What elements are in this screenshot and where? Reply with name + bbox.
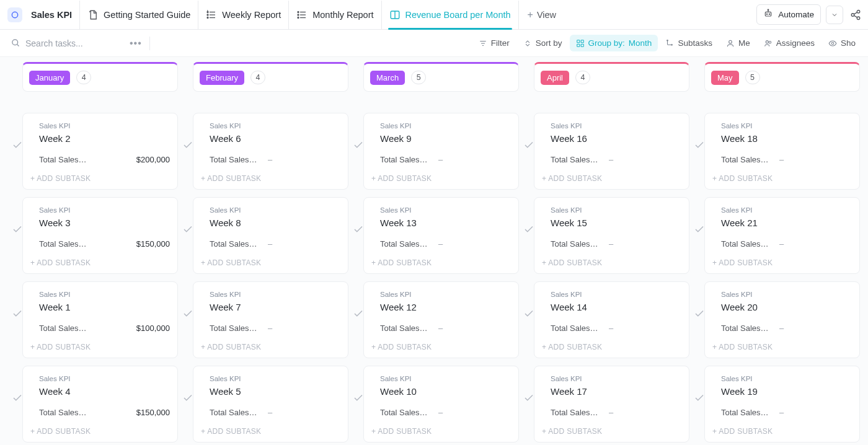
add-subtask-button[interactable]: + ADD SUBTASK xyxy=(30,423,170,436)
check-icon[interactable] xyxy=(523,139,534,153)
groupby-button[interactable]: Group by: Month xyxy=(570,35,658,51)
field-value-empty: – xyxy=(438,324,443,333)
task-card[interactable]: Sales KPIWeek 1Total Sales …$100,000+ AD… xyxy=(22,281,178,358)
check-icon[interactable] xyxy=(523,308,534,322)
tab-revenue-board[interactable]: Revenue Board per Month xyxy=(382,1,519,29)
add-subtask-button[interactable]: + ADD SUBTASK xyxy=(712,339,852,351)
add-subtask-button[interactable]: + ADD SUBTASK xyxy=(712,255,852,267)
check-icon[interactable] xyxy=(12,139,23,153)
check-icon[interactable] xyxy=(182,224,193,237)
card-breadcrumb: Sales KPI xyxy=(712,206,852,214)
task-card[interactable]: Sales KPIWeek 15Total Sales …–+ ADD SUBT… xyxy=(534,197,689,274)
add-subtask-button[interactable]: + ADD SUBTASK xyxy=(201,255,340,267)
add-subtask-button[interactable]: + ADD SUBTASK xyxy=(371,339,511,351)
task-card[interactable]: Sales KPIWeek 12Total Sales …–+ ADD SUBT… xyxy=(363,281,519,358)
month-pill[interactable]: April xyxy=(541,71,569,85)
month-pill[interactable]: February xyxy=(200,71,244,85)
add-subtask-button[interactable]: + ADD SUBTASK xyxy=(712,170,852,183)
search-input[interactable] xyxy=(25,38,118,48)
column-header[interactable]: February4 xyxy=(193,62,348,92)
add-subtask-button[interactable]: + ADD SUBTASK xyxy=(201,339,340,351)
show-button[interactable]: Sho xyxy=(822,35,862,51)
task-card[interactable]: Sales KPIWeek 5Total Sales …–+ ADD SUBTA… xyxy=(193,366,348,443)
month-pill[interactable]: May xyxy=(711,71,739,85)
check-icon[interactable] xyxy=(694,308,705,322)
check-icon[interactable] xyxy=(353,308,364,322)
automate-dropdown[interactable] xyxy=(826,6,843,24)
subtasks-icon xyxy=(665,39,674,48)
filter-button[interactable]: Filter xyxy=(472,35,516,51)
check-icon[interactable] xyxy=(523,224,534,237)
card-field: Total Sales …– xyxy=(201,408,340,417)
tab-weekly-report[interactable]: Weekly Report xyxy=(198,1,289,29)
card-title: Week 20 xyxy=(712,302,852,312)
check-icon[interactable] xyxy=(523,392,534,406)
task-card[interactable]: Sales KPIWeek 18Total Sales …–+ ADD SUBT… xyxy=(704,113,860,190)
add-subtask-button[interactable]: + ADD SUBTASK xyxy=(542,255,681,267)
check-icon[interactable] xyxy=(353,392,364,406)
check-icon[interactable] xyxy=(12,308,23,322)
month-pill[interactable]: January xyxy=(29,71,70,85)
svg-point-36 xyxy=(729,40,732,43)
check-icon[interactable] xyxy=(694,224,705,237)
add-subtask-button[interactable]: + ADD SUBTASK xyxy=(371,255,511,267)
automate-button[interactable]: Automate xyxy=(756,4,821,25)
add-subtask-button[interactable]: + ADD SUBTASK xyxy=(201,423,340,436)
task-card[interactable]: Sales KPIWeek 17Total Sales …–+ ADD SUBT… xyxy=(534,366,689,443)
task-card[interactable]: Sales KPIWeek 4Total Sales …$150,000+ AD… xyxy=(22,366,178,443)
task-card[interactable]: Sales KPIWeek 10Total Sales …–+ ADD SUBT… xyxy=(363,366,519,443)
column-header[interactable]: March5 xyxy=(363,62,519,92)
subtasks-button[interactable]: Subtasks xyxy=(659,35,719,51)
add-subtask-button[interactable]: + ADD SUBTASK xyxy=(30,170,170,183)
add-view-button[interactable]: + View xyxy=(519,1,565,29)
column-header[interactable]: January4 xyxy=(22,62,178,92)
task-card[interactable]: Sales KPIWeek 20Total Sales …–+ ADD SUBT… xyxy=(704,281,860,358)
task-card[interactable]: Sales KPIWeek 16Total Sales …–+ ADD SUBT… xyxy=(534,113,689,190)
field-value-empty: – xyxy=(268,324,272,333)
task-card[interactable]: Sales KPIWeek 21Total Sales …–+ ADD SUBT… xyxy=(704,197,860,274)
tab-getting-started[interactable]: Getting Started Guide xyxy=(80,1,198,29)
task-card[interactable]: Sales KPIWeek 9Total Sales …–+ ADD SUBTA… xyxy=(363,113,519,190)
task-card[interactable]: Sales KPIWeek 8Total Sales …–+ ADD SUBTA… xyxy=(193,197,348,274)
check-icon[interactable] xyxy=(694,392,705,406)
add-subtask-button[interactable]: + ADD SUBTASK xyxy=(542,423,681,436)
add-subtask-button[interactable]: + ADD SUBTASK xyxy=(371,423,511,436)
assignees-button[interactable]: Assignees xyxy=(758,35,821,51)
app-title-tab[interactable]: Sales KPI xyxy=(7,1,80,29)
month-pill[interactable]: March xyxy=(370,71,405,85)
check-icon[interactable] xyxy=(353,139,364,153)
more-options-button[interactable]: ••• xyxy=(130,38,142,49)
add-subtask-button[interactable]: + ADD SUBTASK xyxy=(371,170,511,183)
add-subtask-button[interactable]: + ADD SUBTASK xyxy=(542,339,681,351)
me-button[interactable]: Me xyxy=(720,35,756,51)
check-icon[interactable] xyxy=(182,139,193,153)
add-subtask-button[interactable]: + ADD SUBTASK xyxy=(542,170,681,183)
sortby-button[interactable]: Sort by xyxy=(517,35,569,51)
column-header[interactable]: May5 xyxy=(704,62,860,92)
task-card[interactable]: Sales KPIWeek 19Total Sales …–+ ADD SUBT… xyxy=(704,366,860,443)
add-subtask-button[interactable]: + ADD SUBTASK xyxy=(712,423,852,436)
check-icon[interactable] xyxy=(694,139,705,153)
card-title: Week 6 xyxy=(201,133,340,144)
task-card[interactable]: Sales KPIWeek 7Total Sales …–+ ADD SUBTA… xyxy=(193,281,348,358)
check-icon[interactable] xyxy=(182,392,193,406)
task-card[interactable]: Sales KPIWeek 13Total Sales …–+ ADD SUBT… xyxy=(363,197,519,274)
add-subtask-button[interactable]: + ADD SUBTASK xyxy=(30,339,170,351)
column-header[interactable]: April4 xyxy=(534,62,689,92)
check-icon[interactable] xyxy=(12,392,23,406)
tab-monthly-report[interactable]: Monthly Report xyxy=(289,1,381,29)
task-card[interactable]: Sales KPIWeek 3Total Sales …$150,000+ AD… xyxy=(22,197,178,274)
share-button[interactable] xyxy=(848,7,863,22)
card-title: Week 17 xyxy=(542,386,681,397)
check-icon[interactable] xyxy=(12,224,23,237)
card-title: Week 19 xyxy=(712,386,852,397)
task-card[interactable]: Sales KPIWeek 14Total Sales …–+ ADD SUBT… xyxy=(534,281,689,358)
add-subtask-button[interactable]: + ADD SUBTASK xyxy=(30,255,170,267)
add-subtask-button[interactable]: + ADD SUBTASK xyxy=(201,170,340,183)
field-value: $200,000 xyxy=(136,155,170,164)
task-card[interactable]: Sales KPIWeek 6Total Sales …–+ ADD SUBTA… xyxy=(193,113,348,190)
task-card[interactable]: Sales KPIWeek 2Total Sales …$200,000+ AD… xyxy=(22,113,178,190)
check-icon[interactable] xyxy=(182,308,193,322)
card-title: Week 5 xyxy=(201,386,340,397)
check-icon[interactable] xyxy=(353,224,364,237)
